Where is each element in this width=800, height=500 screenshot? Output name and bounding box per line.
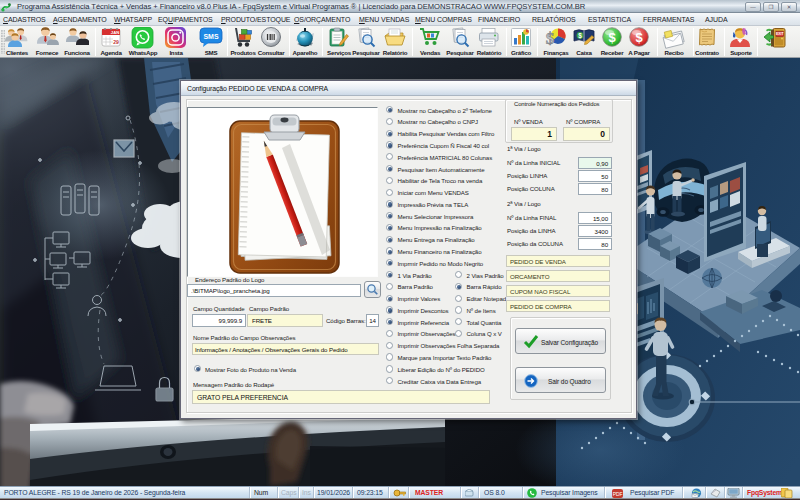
svg-text:PDF: PDF	[613, 490, 623, 496]
svg-text:29: 29	[113, 39, 119, 45]
svg-text:$: $	[546, 29, 555, 48]
svg-text:$: $	[635, 30, 643, 45]
svg-text:$: $	[608, 30, 616, 45]
svg-text:JAN: JAN	[111, 30, 119, 35]
svg-text:$: $	[578, 32, 582, 40]
svg-text:EXIT: EXIT	[776, 32, 784, 36]
svg-text:SMS: SMS	[203, 33, 219, 40]
